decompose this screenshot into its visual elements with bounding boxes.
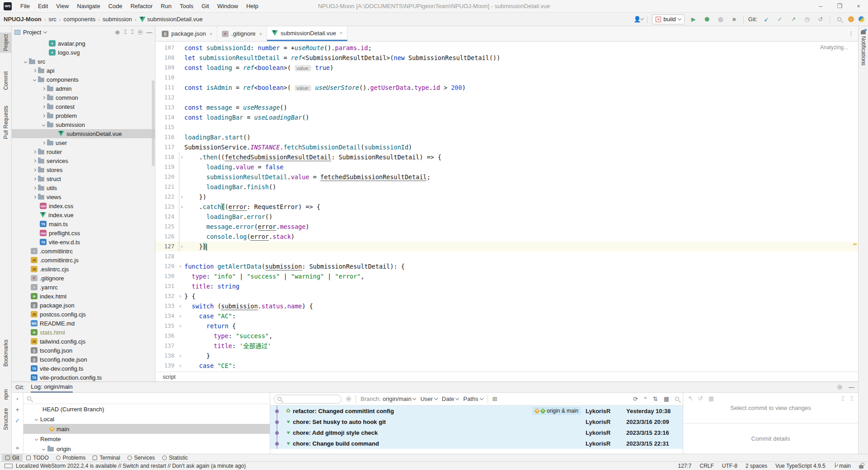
menu-run[interactable]: Run [157,0,176,13]
tool-strip-pull-requests[interactable]: Pull Requests [0,104,11,141]
chevron-down-icon[interactable] [35,417,38,420]
code-line-125[interactable]: 125 message.error(error.message) [155,222,858,232]
history-clock-icon[interactable]: ◷ [802,15,812,24]
git-branch-widget[interactable]: main [834,463,851,469]
breadcrumb-item[interactable]: NPUOJ-Moon [4,16,42,23]
editor-tab-package.json[interactable]: {}package.json× [157,26,217,41]
tree-scrollbar[interactable] [152,80,155,166]
code-line-112[interactable]: 112 [155,93,858,102]
chevron-down-icon[interactable] [35,437,38,440]
tool-window-tab-services[interactable]: Services [124,454,159,461]
hide-panel-icon[interactable]: — [146,29,152,36]
file-encoding[interactable]: UTF-8 [722,463,737,469]
tree-item-preflight.css[interactable]: csspreflight.css [12,228,155,237]
rollback-icon[interactable]: ↺ [698,395,703,402]
breadcrumb-item[interactable]: submissionDetail.vue [147,16,203,23]
tree-item-.commitlintrc[interactable]: ≡.commitlintrc [12,247,155,256]
code-line-138[interactable]: 138∧ } [155,351,858,361]
expand-all-icon[interactable]: ⌶ [841,395,845,402]
breadcrumb-item[interactable]: src [48,16,56,23]
jump-back-icon[interactable]: ↰ [688,395,693,402]
chevron-down-icon[interactable] [42,123,45,126]
code-line-120[interactable]: 120 submissionResultDetail.value = fetch… [155,172,858,182]
tree-item-index.css[interactable]: cssindex.css [12,201,155,210]
chevron-right-icon[interactable] [42,87,45,90]
close-tab-icon[interactable]: × [340,30,343,36]
chevron-down-icon[interactable] [24,60,27,63]
tree-item-views[interactable]: views [12,192,155,201]
menu-navigate[interactable]: Navigate [73,0,104,13]
chevron-down-icon[interactable] [33,78,36,81]
tool-strip-bookmarks[interactable]: Bookmarks [0,338,11,368]
tree-item-vite-env.d.ts[interactable]: TSvite-env.d.ts [12,237,155,247]
menu-code[interactable]: Code [104,0,127,13]
tree-item-vite-dev.config.ts[interactable]: TSvite-dev.config.ts [12,364,155,373]
code-line-114[interactable]: 114const loadingBar = useLoadingBar() [155,112,858,122]
chevron-right-icon[interactable] [33,69,36,72]
code-line-118[interactable]: 118∨ .then((fetchedSubmissionResultDetai… [155,152,858,162]
tree-item-package.json[interactable]: {}package.json [12,301,155,310]
breadcrumb-item[interactable]: submission [103,16,132,23]
tree-item-logo.svg[interactable]: ▴logo.svg [12,48,155,57]
tree-item-submissionDetail.vue[interactable]: submissionDetail.vue [12,129,155,138]
code-line-128[interactable]: 128 [155,251,858,261]
tree-item-avatar.png[interactable]: ▴avatar.png [12,39,155,48]
tree-item-README.md[interactable]: MDREADME.md [12,319,155,328]
menu-edit[interactable]: Edit [34,0,52,13]
tab-options-icon[interactable]: ⋮ [848,30,854,37]
code-line-122[interactable]: 122∧ }) [155,192,858,202]
chevron-right-icon[interactable] [42,141,45,144]
tree-item-struct[interactable]: struct [12,174,155,183]
menu-file[interactable]: File [16,0,34,13]
tool-window-tab-terminal[interactable]: Terminal [89,454,123,461]
code-line-123[interactable]: 123∨ .catch((error: RequestError) => { [155,202,858,212]
chevron-right-icon[interactable] [33,168,36,171]
code-line-133[interactable]: 133∨ switch (submission.status.name) { [155,301,858,311]
commit-search-field[interactable] [274,395,342,404]
locate-file-icon[interactable]: ⊕ [115,29,120,36]
line-ending[interactable]: CRLF [700,463,714,469]
tree-item-.yarnrc[interactable]: ≡.yarnrc [12,283,155,292]
tree-item-index.vue[interactable]: index.vue [12,210,155,219]
language-version[interactable]: Vue TypeScript 4.9.5 [775,463,826,469]
tree-item-tsconfig.json[interactable]: {}tsconfig.json [12,346,155,355]
debug-button[interactable]: ⬟ [703,15,712,24]
tree-item-api[interactable]: api [12,66,155,75]
collapse-branches-icon[interactable]: ‹ [16,395,18,402]
tree-item-src[interactable]: src [12,57,155,66]
code-line-130[interactable]: 130 type: "info" | "success" | "warning"… [155,271,858,281]
chevron-right-icon[interactable] [33,195,36,198]
commit-row[interactable]: ♥chore: Change build commandLykorisR2023… [270,438,683,449]
branch-row-remote[interactable]: Remote [23,434,270,444]
code-line-135[interactable]: 135∨ return { [155,321,858,331]
code-line-117[interactable]: 117SubmissionService.INSTANCE.fetchSubmi… [155,142,858,152]
sort-icon[interactable]: ⇅ [653,396,658,402]
tree-item-services[interactable]: services [12,156,155,165]
ide-features-icon[interactable] [859,16,864,22]
code-line-131[interactable]: 131 title: string [155,281,858,291]
expand-all-icon[interactable]: ⌶ [123,28,127,36]
branch-row-local[interactable]: Local [23,414,270,424]
menu-git[interactable]: Git [197,0,213,13]
code-line-107[interactable]: 107const submissionId: number = +useRout… [155,43,858,53]
view-options-icon[interactable]: ▦ [664,396,669,402]
status-message[interactable]: Localized WebStorm 2022.2.4 is available… [16,463,246,469]
branch-row-main[interactable]: main [23,424,270,434]
tool-strip-structure[interactable]: Structure [0,406,11,432]
tree-item-main.ts[interactable]: TSmain.ts [12,219,155,228]
code-area[interactable]: Analyzing... 107const submissionId: numb… [155,42,858,372]
tool-strip-project[interactable]: Project [0,33,11,53]
stop-button[interactable]: ■ [730,15,739,24]
git-update-icon[interactable]: ↙ [762,15,771,24]
tree-item-admin[interactable]: admin [12,84,155,93]
close-tab-icon[interactable]: × [210,31,212,37]
user-filter[interactable]: User [420,396,437,402]
editor-tab-.gitignore[interactable]: ⊘.gitignore× [217,26,267,41]
tree-item-stores[interactable]: stores [12,165,155,174]
collapse-all-icon[interactable]: ⌶ [131,28,134,36]
gear-icon[interactable] [138,30,143,35]
code-line-136[interactable]: 136 type: "success", [155,331,858,341]
tree-item-contest[interactable]: contest [12,102,155,111]
git-push-icon[interactable]: ↗ [789,15,798,24]
chevron-right-icon[interactable] [33,159,36,162]
